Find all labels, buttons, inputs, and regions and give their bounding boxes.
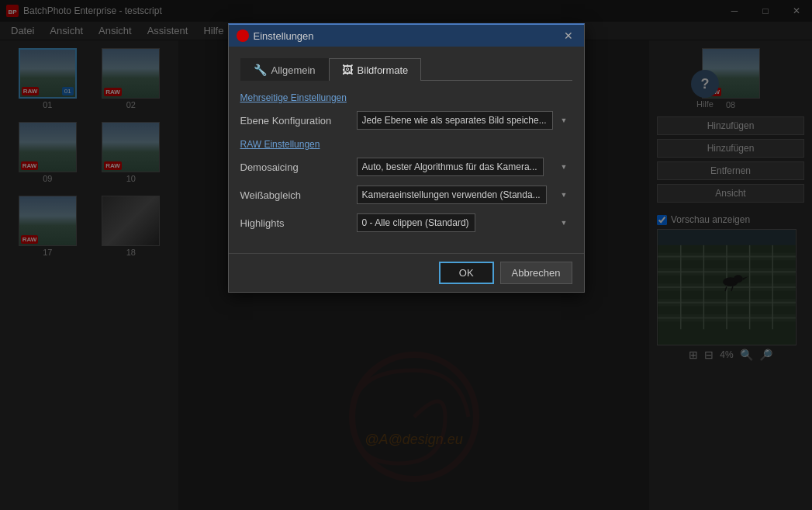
tab-allgemein-label: Allgemein <box>271 64 316 76</box>
multipage-section: Mehrseitige Einstellungen Ebene Konfigur… <box>240 92 572 130</box>
ebene-select-wrapper: Jede Ebene wie als separates Bild speich… <box>357 111 572 130</box>
highlights-select[interactable]: 0 - Alle clippen (Standard) <box>357 213 475 232</box>
wrench-icon: 🔧 <box>254 64 267 76</box>
raw-link[interactable]: RAW Einstellungen <box>240 139 572 150</box>
highlights-select-wrapper: 0 - Alle clippen (Standard) <box>357 213 572 232</box>
settings-dialog: Einstellungen ✕ 🔧 Allgemein 🖼 Bildformat… <box>228 23 585 293</box>
dialog-title-left: Einstellungen <box>237 29 314 42</box>
tab-allgemein[interactable]: 🔧 Allgemein <box>240 58 329 81</box>
ebene-label: Ebene Konfiguration <box>240 115 349 127</box>
weissabgleich-select-wrapper: Kameraeinstellungen verwenden (Standa... <box>357 186 572 204</box>
multipage-link[interactable]: Mehrseitige Einstellungen <box>240 92 572 103</box>
demosaicing-label: Demosaicing <box>240 161 349 173</box>
dialog-icon <box>237 29 249 42</box>
demosaicing-select[interactable]: Auto, bester Algorithmus für das Kamera.… <box>357 158 544 176</box>
ebene-select[interactable]: Jede Ebene wie als separates Bild speich… <box>357 111 553 130</box>
cancel-button[interactable]: Abbrechen <box>500 262 572 284</box>
dialog-body: 🔧 Allgemein 🖼 Bildformate Mehrseitige Ei… <box>229 47 584 253</box>
demosaicing-select-wrapper: Auto, bester Algorithmus für das Kamera.… <box>357 158 572 176</box>
highlights-label: Highlights <box>240 217 349 229</box>
weissabgleich-select[interactable]: Kameraeinstellungen verwenden (Standa... <box>357 186 547 204</box>
dialog-tabs: 🔧 Allgemein 🖼 Bildformate <box>240 58 572 81</box>
dialog-titlebar: Einstellungen ✕ <box>229 25 584 47</box>
weissabgleich-row: Weißabgleich Kameraeinstellungen verwend… <box>240 186 572 204</box>
tab-bildformate[interactable]: 🖼 Bildformate <box>329 58 422 81</box>
tab-bildformate-label: Bildformate <box>358 64 409 76</box>
ok-button[interactable]: OK <box>439 262 494 284</box>
dialog-close-button[interactable]: ✕ <box>561 29 576 42</box>
dialog-title: Einstellungen <box>254 30 314 42</box>
ebene-row: Ebene Konfiguration Jede Ebene wie als s… <box>240 111 572 130</box>
svg-point-25 <box>239 32 247 40</box>
image-icon: 🖼 <box>342 64 353 76</box>
dialog-footer: OK Abbrechen <box>229 253 584 292</box>
highlights-row: Highlights 0 - Alle clippen (Standard) <box>240 213 572 232</box>
modal-overlay: Einstellungen ✕ 🔧 Allgemein 🖼 Bildformat… <box>0 0 812 510</box>
weissabgleich-label: Weißabgleich <box>240 189 349 201</box>
demosaicing-row: Demosaicing Auto, bester Algorithmus für… <box>240 158 572 176</box>
raw-section: RAW Einstellungen Demosaicing Auto, best… <box>240 139 572 232</box>
